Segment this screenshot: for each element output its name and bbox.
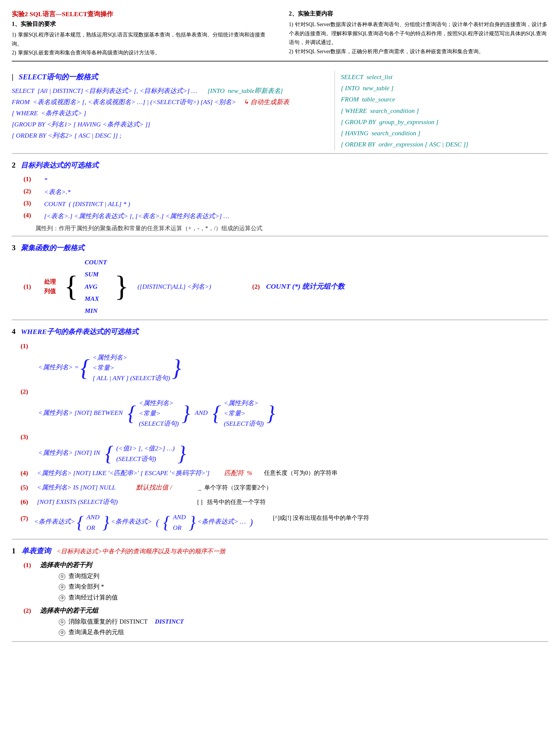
select-line-2: FROM <表名或视图名> [, <表名或视图名> …] | (<SELECT语…	[12, 97, 323, 107]
item1-sub3: ③ 查询经过计算的值	[24, 593, 548, 603]
where-item4: (4) <属性列名> [NOT] LIKE '<匹配串>' [ ESCAPE '…	[21, 467, 548, 479]
item2-title: (2) 选择表中的若干元组	[24, 605, 548, 616]
where-item1-content: <属性列名> = { <属性列名> <常量> [ ALL | ANY ] (SE…	[38, 352, 548, 383]
single-table-item1: (1) 选择表中的若干列 ① 查询指定列 ② 查询全部列 * ③ 查询经过计算的…	[12, 560, 548, 602]
section-target-col: 2 目标列表达式的可选格式 (1) * (2) <表名>.* (3) COUNT…	[12, 155, 548, 236]
item-2-1: (1) *	[12, 174, 548, 186]
section-select-format: | SELECT语句的一般格式 SELECT [All | DISTINCT] …	[12, 67, 548, 154]
select-line-5: [ ORDER BY <列名2> [ ASC | DESC ]] ;	[12, 130, 323, 141]
page: 实验2 SQL语言—SELECT查询操作 1、实验目的要求 1)掌握SQL程序设…	[0, 0, 560, 652]
select-line-1: SELECT [All | DISTINCT] <目标列表达式> [, <目标列…	[12, 86, 323, 96]
section-where: 4 WHERE子句的条件表达式的可选格式 (1) <属性列名> = { <属性列…	[12, 321, 548, 539]
function-list: COUNT SUM AVG MAX MIN	[85, 256, 107, 317]
label-colval: 列值	[44, 286, 56, 296]
right-line-2: [ INTO new_table ]	[341, 83, 548, 93]
header: 实验2 SQL语言—SELECT查询操作 1、实验目的要求 1)掌握SQL程序设…	[12, 9, 548, 61]
right-section-title: 2、实验主要内容	[289, 9, 549, 18]
item-2-3: (3) COUNT ( [DISTINCT | ALL] * )	[12, 198, 548, 210]
item2-sub1: ① 消除取值重复的行 DISTINCT DISTINCT	[24, 617, 548, 627]
right-line-3: FROM table_source	[341, 94, 548, 104]
left-item-2: 2)掌握SQL嵌套查询和集合查询等各种高级查询的设计方法等。	[12, 48, 271, 57]
header-right: 2、实验主要内容 1)针对SQL Server数据库设计各种单表查询语句、分组统…	[289, 9, 549, 57]
section5-header: 1 单表查询 <目标列表达式>中各个列的查询顺序以及与表中的顺序不一致	[12, 545, 548, 557]
section2-note: 属性列：作用于属性列的聚集函数和常量的任意算术运算（+，-，*，/）组成的运算公…	[12, 223, 548, 233]
single-table-item2: (2) 选择表中的若干元组 ① 消除取值重复的行 DISTINCT DISTIN…	[12, 605, 548, 637]
header-left: 实验2 SQL语言—SELECT查询操作 1、实验目的要求 1)掌握SQL程序设…	[12, 9, 271, 57]
left-item-1: 1)掌握SQL程序设计基本规范，熟练运用SQL语言实现数据基本查询，包括单表查询…	[12, 30, 271, 48]
where-item5: (5) <属性列名> IS [NOT] NULL 默认找出值 / _ 单个字符（…	[21, 481, 548, 493]
experiment-title: 实验2 SQL语言—SELECT查询操作	[12, 9, 271, 19]
right-item-1: 1)针对SQL Server数据库设计各种单表查询语句、分组统计查询语句；设计单…	[289, 20, 549, 47]
section1-title: | SELECT语句的一般格式	[12, 71, 323, 83]
section2-title: 2 目标列表达式的可选格式	[12, 159, 548, 171]
big-brace-close: }	[115, 276, 129, 297]
aggregate-item2: (2) COUNT (*) 统计元组个数	[252, 281, 345, 292]
where-item3: (3) <属性列名> [NOT] IN { (<值1> [, <值2>] …) …	[21, 432, 548, 464]
section-aggregate: 3 聚集函数的一般格式 (1) 处理 列值 { COUNT SUM AVG MA…	[12, 238, 548, 320]
item-2-2: (2) <表名>.*	[12, 186, 548, 198]
aggregate-syntax: ([DISTINCT|ALL] <列名>)	[138, 281, 211, 292]
item1-title: (1) 选择表中的若干列	[24, 560, 548, 570]
big-brace-open: {	[64, 276, 78, 297]
section3-title: 3 聚集函数的一般格式	[12, 242, 548, 254]
right-line-7: [ ORDER BY order_expression [ ASC | DESC…	[341, 139, 548, 149]
where-item3-content: <属性列名> [NOT] IN { (<值1> [, <值2>] …) (SEL…	[38, 443, 548, 464]
where-item7: (7) <条件表达式> { AND OR } <条件表达式> ( { AND O…	[21, 510, 548, 533]
right-line-1: SELECT select_list	[341, 72, 548, 82]
aggregate-content: (1) 处理 列值 { COUNT SUM AVG MAX MIN } ([DI…	[12, 256, 548, 317]
item1-sub2: ② 查询全部列 *	[24, 582, 548, 592]
right-item-2: 2)针对SQL Server数据库，正确分析用户查询需求，设计各种嵌套查询和集合…	[289, 47, 549, 56]
where-item2: (2) <属性列名> [NOT] BETWEEN { <属性列名> <常量> (…	[21, 386, 548, 429]
right-line-5: [ GROUP BY group_by_expression ]	[341, 117, 548, 127]
section-single-table: 1 单表查询 <目标列表达式>中各个列的查询顺序以及与表中的顺序不一致 (1) …	[12, 541, 548, 642]
where-item6: (6) [NOT] EXISTS (SELECT语句) [ ] 括号中的任意一个…	[21, 496, 548, 508]
where-item1: (1) <属性列名> = { <属性列名> <常量> [ ALL | ANY ]…	[21, 341, 548, 383]
left-section-title: 1、实验目的要求	[12, 19, 271, 29]
item2-sub2: ② 查询满足条件的元组	[24, 627, 548, 637]
section4-title: 4 WHERE子句的条件表达式的可选格式	[12, 325, 548, 338]
select-right-syntax: SELECT select_list [ INTO new_table ] FR…	[335, 71, 548, 150]
where-item2-content: <属性列名> [NOT] BETWEEN { <属性列名> <常量> (SELE…	[38, 398, 548, 429]
label-process: 处理	[44, 277, 56, 286]
select-line-4: [GROUP BY <列名1> [ HAVING <条件表达式> ]]	[12, 119, 323, 129]
item1-sub1: ① 查询指定列	[24, 571, 548, 581]
right-line-6: [ HAVING search_condition ]	[341, 128, 548, 138]
right-line-4: [ WHERE search_condition ]	[341, 106, 548, 116]
item-2-4: (4) [<表名>.] <属性列名表达式> [, [<表名>.] <属性列名表达…	[12, 210, 548, 222]
select-line-3: [ WHERE <条件表达式> ]	[12, 108, 323, 118]
